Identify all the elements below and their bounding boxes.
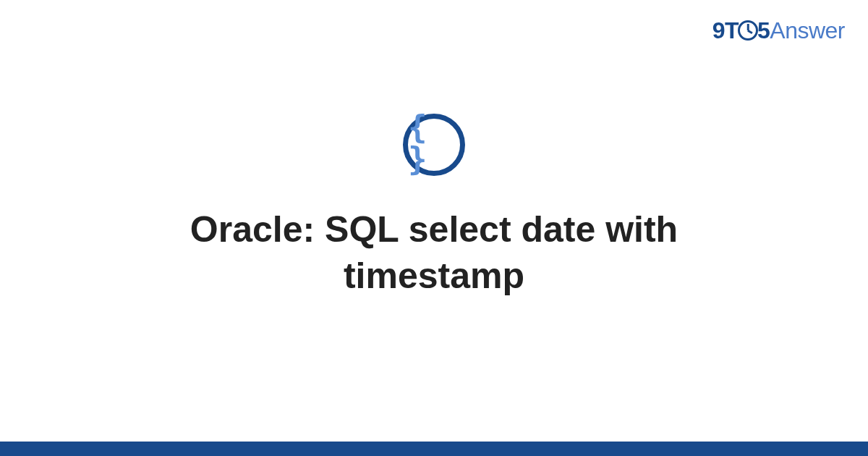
main-content: { } Oracle: SQL select date with timesta… (0, 0, 868, 456)
braces-icon: { } (408, 111, 460, 175)
footer-bar (0, 442, 868, 456)
page-title: Oracle: SQL select date with timestamp (116, 206, 752, 299)
topic-code-icon: { } (403, 114, 465, 176)
